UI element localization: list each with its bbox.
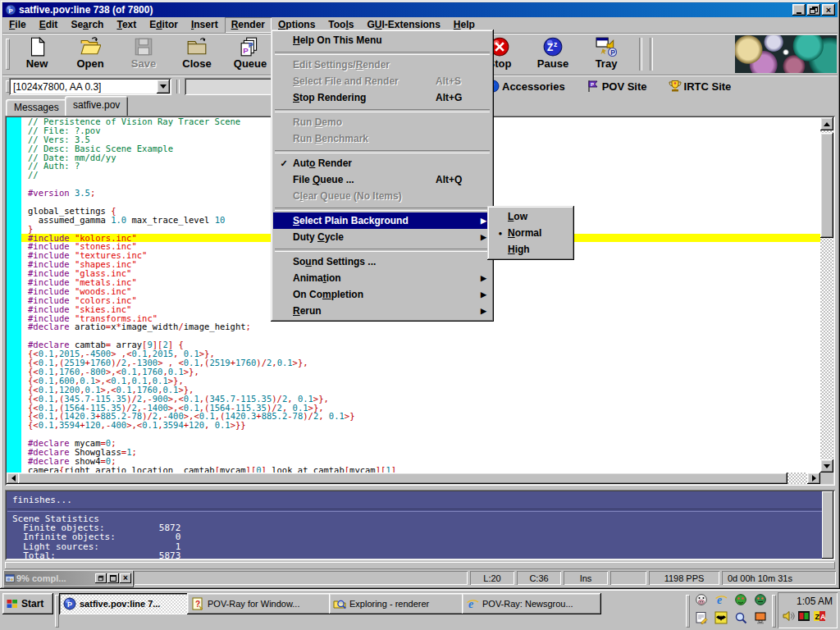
quick-launch-notes-icon[interactable] [695, 611, 708, 628]
menubar-item-text[interactable]: Text [110, 17, 143, 33]
tasks-icon [797, 609, 810, 623]
restore-icon [810, 7, 818, 14]
pov-icon: P [63, 597, 76, 610]
toolbar-separator [639, 38, 642, 71]
tab-satfive-pov[interactable]: satfive.pov [65, 96, 128, 116]
tray-volume-icon[interactable] [782, 609, 795, 626]
menu-item-select-plain-background[interactable]: Select Plain Background▶ [273, 212, 491, 229]
menu-item-clear-queue-no-items[interactable]: Clear Queue (No Items) [273, 188, 491, 204]
queue-button[interactable]: PPQueue [225, 35, 276, 73]
minimize-button[interactable] [792, 4, 806, 16]
scroll-up-button[interactable] [820, 117, 833, 130]
quick-launch-magnifier-icon[interactable] [734, 611, 747, 628]
status-1198-pps: 1198 PPS [649, 571, 719, 585]
close-button[interactable]: Close [171, 35, 222, 73]
tab-messages[interactable]: Messages [6, 99, 67, 116]
pov-face2-icon [754, 593, 767, 606]
menu-item-file-queue[interactable]: File Queue ...Alt+Q [273, 171, 491, 188]
horizontal-scroll-thumb[interactable] [18, 472, 788, 484]
menu-item-select-file-and-render[interactable]: Select File and RenderAlt+S [273, 73, 491, 89]
menu-item-edit-settings-render[interactable]: Edit Settings/Render [273, 57, 491, 73]
task-satfive-pov-line-7[interactable]: Psatfive.pov:line 7... [59, 593, 190, 614]
restore-button[interactable] [807, 4, 820, 16]
status-0d-00h-10m-31s: 0d 00h 10m 31s [722, 571, 836, 585]
vertical-scroll-thumb[interactable] [820, 133, 833, 238]
menubar-item-editor[interactable]: Editor [143, 17, 185, 33]
tray-button[interactable]: PTray [581, 35, 632, 73]
quick-launch-pov-face2-icon[interactable] [754, 593, 767, 609]
task-pov-ray-for-window[interactable]: ?POV-Ray for Window... [187, 593, 332, 614]
render-preview-thumbnail[interactable] [735, 35, 837, 73]
task-pov-ray-newsgrou[interactable]: ePOV-Ray: Newsgrou... [462, 593, 601, 614]
label: Run Benchmark [293, 133, 368, 144]
open-button[interactable]: Open [65, 35, 116, 73]
quick-launch-cow-icon[interactable] [695, 593, 708, 609]
quick-launch-monitor-icon[interactable] [754, 611, 767, 628]
menu-item-run-benchmark[interactable]: Run Benchmark [273, 130, 491, 147]
menu-item-rerun[interactable]: Rerun▶ [273, 303, 491, 319]
taskbar-grip[interactable] [686, 595, 690, 628]
label: Rerun [293, 305, 322, 317]
pov-site-button[interactable]: PPOV Site [587, 80, 647, 93]
quick-launch-pov-face-icon[interactable] [734, 593, 747, 609]
message-hscrollbar[interactable] [5, 562, 835, 569]
trophy-icon [669, 80, 682, 93]
submenu-item-normal[interactable]: ●Normal [490, 225, 572, 241]
submenu-arrow-icon: ▶ [481, 290, 486, 299]
menu-item-help-on-this-menu[interactable]: Help On This Menu [273, 32, 491, 48]
minimized-render-window[interactable]: 9% compl... × [4, 571, 132, 586]
titlebar[interactable]: P satfive.pov:line 738 (of 7800) × [2, 2, 838, 17]
button-label: Queue [234, 57, 267, 70]
menu-item-animation[interactable]: Animation▶ [273, 270, 491, 286]
scroll-down-button[interactable] [820, 459, 833, 472]
accessories-button[interactable]: iAccessories [486, 80, 565, 93]
pause-button[interactable]: ZzPause [527, 35, 578, 73]
menubar-item-search[interactable]: Search [64, 17, 110, 33]
menu-separator [273, 48, 491, 57]
tray-zonealarm-icon[interactable]: ZA [813, 609, 826, 626]
menu-item-run-demo[interactable]: Run Demo [273, 114, 491, 130]
new-button[interactable]: New [11, 35, 62, 73]
menu-item-stop-rendering[interactable]: Stop RenderingAlt+G [273, 89, 491, 106]
toolbar-grip[interactable] [6, 39, 10, 70]
taskbar-grip[interactable] [772, 595, 776, 628]
submenu-item-low[interactable]: Low [490, 208, 572, 225]
command-line-box[interactable] [185, 78, 273, 95]
checkmark-icon: ✓ [277, 158, 290, 169]
irtc-site-button[interactable]: IRTC Site [669, 80, 732, 93]
menubar-item-insert[interactable]: Insert [185, 17, 225, 33]
render-preset-combobox[interactable]: [1024x7800, AA 0.3] [9, 78, 171, 95]
menu-item-on-completion[interactable]: On Completion▶ [273, 286, 491, 303]
menubar-item-edit[interactable]: Edit [33, 17, 65, 33]
menu-item-sound-settings[interactable]: Sound Settings ... [273, 253, 491, 270]
mini-maximize-button[interactable] [107, 573, 119, 583]
message-window[interactable]: finishes... Scene Statistics Finite obje… [5, 490, 835, 560]
label: Select File and Render [293, 75, 399, 87]
submenu-arrow-icon: ▶ [481, 217, 486, 225]
message-scrollbar[interactable] [822, 491, 833, 559]
save-icon [133, 36, 154, 57]
label: Low [508, 211, 527, 222]
menubar-item-file[interactable]: File [2, 17, 33, 33]
submenu-item-high[interactable]: High [490, 241, 572, 258]
menu-item-auto-render[interactable]: ✓Auto Render [273, 155, 491, 171]
magnifier-icon [734, 611, 747, 624]
zonealarm-icon: ZA [813, 609, 826, 623]
task-exploring-renderer[interactable]: Exploring - renderer [329, 593, 465, 614]
editor-margin [7, 117, 21, 472]
close-button[interactable]: × [822, 4, 835, 16]
mini-close-button[interactable]: × [120, 573, 131, 583]
quick-launch-bat-icon[interactable] [714, 611, 728, 628]
tray-tasks-icon[interactable] [797, 609, 810, 626]
scroll-right-button[interactable] [807, 472, 820, 484]
accelerator: Alt+G [436, 92, 462, 103]
start-button[interactable]: Start [2, 593, 53, 614]
menu-item-duty-cycle[interactable]: Duty Cycle▶ [273, 229, 491, 245]
horizontal-scrollbar[interactable] [7, 472, 820, 484]
mini-restore-button[interactable] [95, 573, 107, 583]
vertical-scrollbar[interactable] [820, 117, 833, 472]
quick-launch-ie-icon[interactable]: e [714, 593, 728, 609]
menubar-item-render[interactable]: Render [225, 17, 272, 33]
save-button[interactable]: Save [118, 35, 169, 73]
combo-dropdown-button[interactable] [157, 80, 170, 94]
